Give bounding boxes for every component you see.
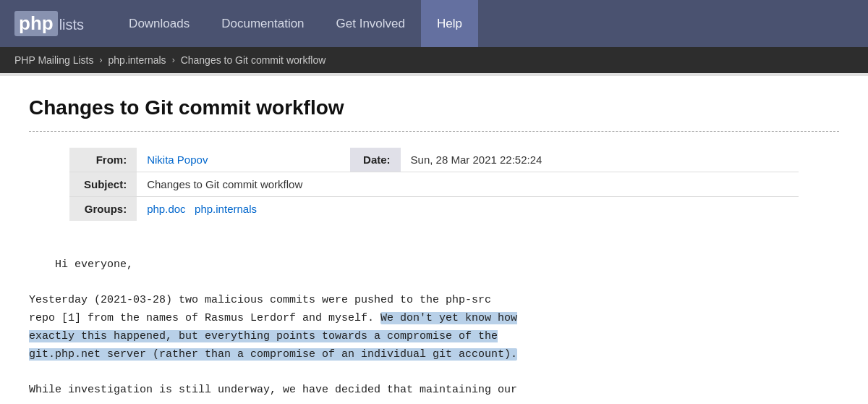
- date-value: Sun, 28 Mar 2021 22:52:24: [401, 148, 799, 172]
- nav-item-downloads: Downloads: [113, 0, 205, 47]
- email-meta-table: From: Nikita Popov Date: Sun, 28 Mar 202…: [69, 148, 799, 221]
- groups-value: php.doc php.internals: [137, 197, 799, 222]
- body-text-after: While investigation is still underway, w…: [29, 384, 517, 396]
- nav-link-documentation[interactable]: Documentation: [205, 0, 320, 47]
- nav-links: Downloads Documentation Get Involved Hel…: [113, 0, 478, 47]
- from-label: From:: [69, 148, 137, 172]
- date-label: Date:: [350, 148, 401, 172]
- logo-php: php: [14, 11, 58, 36]
- nav-link-get-involved[interactable]: Get Involved: [320, 0, 421, 47]
- main-nav: php lists Downloads Documentation Get In…: [0, 0, 868, 47]
- meta-row-from: From: Nikita Popov Date: Sun, 28 Mar 202…: [69, 148, 799, 172]
- breadcrumb-current: Changes to Git commit workflow: [181, 54, 326, 66]
- meta-row-groups: Groups: php.doc php.internals: [69, 197, 799, 222]
- breadcrumb: PHP Mailing Lists › php.internals › Chan…: [0, 47, 868, 73]
- subject-value: Changes to Git commit workflow: [137, 172, 799, 197]
- nav-item-help: Help: [421, 0, 478, 47]
- nav-item-documentation: Documentation: [205, 0, 320, 47]
- breadcrumb-sep-2: ›: [172, 55, 175, 65]
- from-value: Nikita Popov: [137, 148, 349, 172]
- group-link-php-doc[interactable]: php.doc: [147, 203, 185, 215]
- breadcrumb-sep-1: ›: [99, 55, 102, 65]
- logo-link[interactable]: php lists: [14, 11, 84, 36]
- breadcrumb-link-php-internals[interactable]: php.internals: [108, 54, 166, 66]
- title-divider: [29, 131, 839, 132]
- group-link-php-internals[interactable]: php.internals: [195, 203, 257, 215]
- main-content: Changes to Git commit workflow From: Nik…: [0, 73, 868, 404]
- from-link[interactable]: Nikita Popov: [147, 153, 208, 166]
- subject-label: Subject:: [69, 172, 137, 197]
- email-body: Hi everyone, Yesterday (2021-03-28) two …: [29, 238, 839, 404]
- page-title: Changes to Git commit workflow: [29, 96, 839, 119]
- nav-item-get-involved: Get Involved: [320, 0, 421, 47]
- breadcrumb-link-php-mailing-lists[interactable]: PHP Mailing Lists: [14, 54, 93, 66]
- nav-link-help[interactable]: Help: [421, 0, 478, 47]
- nav-link-downloads[interactable]: Downloads: [113, 0, 205, 47]
- groups-label: Groups:: [69, 197, 137, 222]
- logo-lists: lists: [59, 17, 84, 33]
- meta-row-subject: Subject: Changes to Git commit workflow: [69, 172, 799, 197]
